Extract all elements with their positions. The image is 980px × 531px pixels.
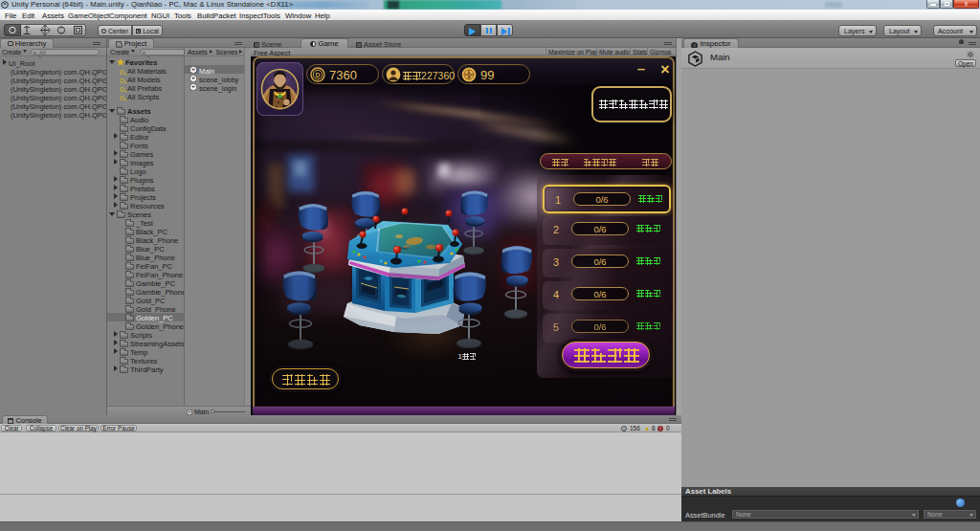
svg-text:D: D [315, 71, 320, 77]
svg-text:$: $ [467, 71, 471, 78]
